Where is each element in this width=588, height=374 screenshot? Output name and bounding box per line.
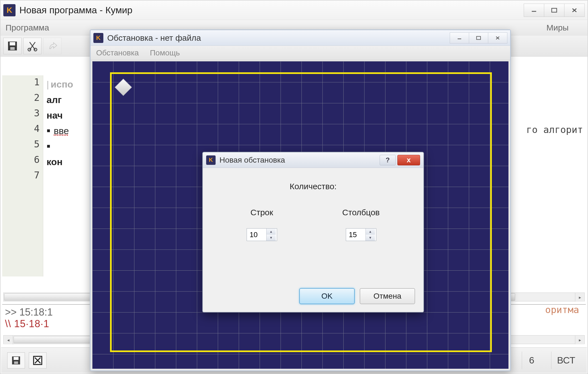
svg-rect-9 — [14, 361, 18, 364]
scroll-right-button[interactable]: ▸ — [575, 335, 584, 344]
svg-rect-3 — [10, 42, 15, 45]
status-number: 6 — [522, 352, 541, 369]
status-mode: ВСТ — [551, 352, 581, 369]
menu-worlds[interactable]: Миры — [546, 23, 569, 32]
rows-input[interactable] — [247, 229, 266, 241]
tool-disabled-button — [43, 38, 62, 54]
minimize-button[interactable] — [450, 32, 469, 43]
dialog-body: Количество: Строк ▲▼ Столбцов ▲▼ — [203, 168, 423, 258]
scroll-left-button[interactable]: ◂ — [4, 335, 13, 344]
svg-rect-12 — [477, 36, 480, 39]
maximize-button[interactable] — [544, 4, 564, 17]
menu-environment[interactable]: Обстановка — [96, 48, 139, 57]
svg-rect-1 — [552, 8, 557, 12]
dialog-close-button[interactable]: x — [397, 155, 420, 165]
cols-spinner[interactable]: ▲▼ — [346, 228, 376, 241]
console-overflow-text: оритма — [545, 304, 579, 315]
svg-rect-8 — [14, 357, 19, 360]
dialog-titlebar[interactable]: K Новая обстановка ? x — [203, 152, 423, 168]
spin-down-icon[interactable]: ▼ — [366, 235, 375, 241]
status-save-icon[interactable] — [7, 352, 25, 368]
line-number-gutter: 1 2 3 4 5 6 7 — [2, 75, 43, 276]
window-controls — [524, 4, 585, 17]
app-k-icon: K — [93, 33, 103, 43]
svg-rect-4 — [10, 47, 15, 50]
spin-down-icon[interactable]: ▼ — [267, 235, 276, 241]
environment-menubar: Обстановка Помощь — [91, 46, 510, 60]
spin-up-icon[interactable]: ▲ — [267, 229, 276, 235]
menu-help[interactable]: Помощь — [150, 48, 180, 57]
cut-button[interactable] — [23, 38, 42, 54]
dialog-heading: Количество: — [214, 182, 412, 191]
rows-spinner[interactable]: ▲▼ — [247, 228, 277, 241]
menu-program[interactable]: Программа — [6, 23, 49, 32]
minimize-button[interactable] — [524, 4, 544, 17]
app-k-icon: K — [3, 4, 16, 16]
dialog-title: Новая обстановка — [219, 156, 285, 165]
window-controls — [450, 32, 507, 43]
ok-button[interactable]: OK — [299, 288, 355, 304]
cols-input[interactable] — [346, 229, 365, 241]
rows-label: Строк — [250, 208, 273, 217]
cols-label: Столбцов — [342, 208, 380, 217]
maximize-button[interactable] — [469, 32, 488, 43]
code-overflow-text: го алгорит — [526, 124, 583, 135]
new-environment-dialog: K Новая обстановка ? x Количество: Строк… — [202, 152, 424, 312]
spin-up-icon[interactable]: ▲ — [366, 229, 375, 235]
cancel-button[interactable]: Отмена — [360, 288, 415, 304]
close-button[interactable] — [488, 32, 507, 43]
main-window-title: Новая программа - Кумир — [19, 5, 132, 16]
scroll-right-button[interactable]: ▸ — [575, 293, 584, 302]
environment-titlebar[interactable]: K Обстановка - нет файла — [91, 30, 510, 46]
close-button[interactable] — [564, 4, 585, 17]
environment-window-title: Обстановка - нет файла — [107, 33, 201, 43]
dialog-help-button[interactable]: ? — [380, 155, 396, 165]
status-x-icon[interactable] — [29, 352, 47, 368]
app-k-icon: K — [206, 155, 216, 165]
main-titlebar: K Новая программа - Кумир — [1, 1, 587, 20]
save-button[interactable] — [3, 38, 22, 54]
